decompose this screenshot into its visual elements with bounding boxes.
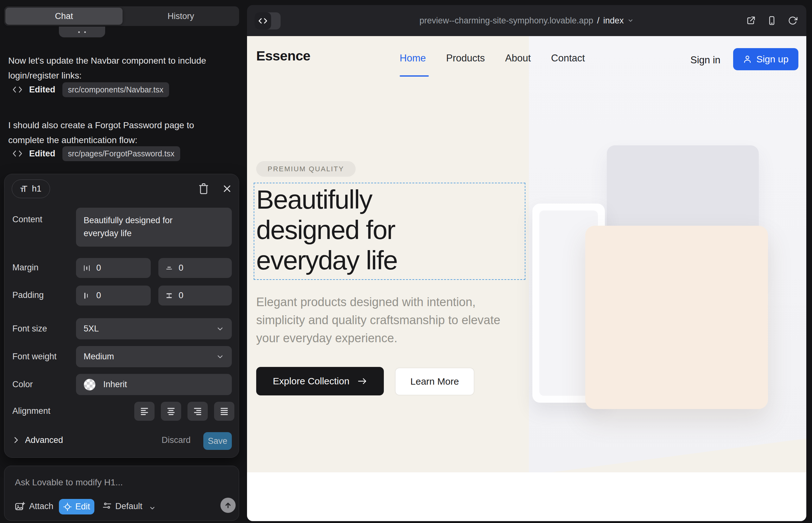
- attach-image-icon: [15, 502, 25, 511]
- font-size-select[interactable]: 5XL: [76, 318, 232, 339]
- edited-label: Edited: [29, 149, 55, 159]
- align-left-icon: [140, 407, 149, 416]
- code-icon: [13, 150, 22, 157]
- align-justify-icon: [220, 407, 229, 416]
- margin-x-input[interactable]: 0: [76, 258, 151, 278]
- margin-label: Margin: [12, 263, 39, 273]
- url-page: index: [603, 16, 624, 26]
- content-input[interactable]: Beautifully designed for everyday life: [76, 208, 232, 247]
- arrow-right-icon: [357, 377, 367, 385]
- composer-input[interactable]: Ask Lovable to modify H1...: [15, 477, 123, 488]
- settings-sliders-icon: [103, 502, 111, 510]
- sign-up-button[interactable]: Sign up: [733, 48, 798, 70]
- chevron-down-icon: [216, 353, 224, 361]
- chat-history-tabbar: Chat History: [4, 6, 239, 26]
- tab-chat[interactable]: Chat: [5, 7, 123, 25]
- user-icon: [743, 55, 752, 64]
- chat-message: Now let's update the Navbar component to…: [8, 53, 209, 83]
- margin-horizontal-icon: [83, 264, 91, 272]
- color-label: Color: [12, 380, 33, 390]
- edited-file-row: Edited src/pages/ForgotPassword.tsx: [13, 146, 180, 161]
- font-weight-select[interactable]: Medium: [76, 346, 232, 367]
- close-icon[interactable]: [222, 184, 232, 194]
- tab-history[interactable]: History: [123, 6, 239, 26]
- padding-x-input[interactable]: 0: [76, 286, 151, 306]
- save-button[interactable]: Save: [203, 432, 232, 450]
- element-editor-panel: TT h1 Content Beautifully designed for e…: [4, 174, 239, 458]
- target-icon: [63, 503, 72, 511]
- advanced-toggle[interactable]: Advanced: [13, 430, 63, 450]
- sign-in-link[interactable]: Sign in: [690, 54, 721, 66]
- chevron-down-icon: [628, 17, 634, 24]
- chevron-down-icon: [149, 505, 156, 511]
- margin-vertical-icon: [165, 264, 173, 272]
- site-canvas: Essence Home Products About Contact Sign…: [247, 36, 806, 521]
- prompt-composer: Ask Lovable to modify H1... Attach Edit …: [4, 466, 239, 521]
- chrome-actions: [746, 5, 797, 36]
- padding-label: Padding: [12, 290, 44, 300]
- alignment-label: Alignment: [12, 406, 50, 416]
- align-center-icon: [166, 407, 175, 416]
- edited-file-row: Edited src/components/Navbar.tsx: [13, 82, 169, 97]
- learn-more-button[interactable]: Learn More: [395, 367, 474, 395]
- font-size-label: Font size: [12, 324, 47, 334]
- chevron-down-icon: [216, 325, 224, 333]
- padding-y-input[interactable]: 0: [158, 286, 232, 306]
- chevron-right-icon: [13, 436, 19, 444]
- app-root: Chat History Now let's update the Navbar…: [0, 0, 812, 523]
- explore-collection-button[interactable]: Explore Collection: [256, 367, 384, 395]
- discard-button[interactable]: Discard: [158, 430, 194, 450]
- padding-horizontal-icon: [83, 292, 91, 300]
- font-weight-label: Font weight: [12, 352, 57, 362]
- nav-link-about[interactable]: About: [505, 53, 531, 64]
- hero-badge: PREMIUM QUALITY: [256, 161, 356, 177]
- attach-button[interactable]: Attach: [29, 502, 54, 511]
- scrolled-message-pill[interactable]: [59, 26, 105, 37]
- arrow-up-icon: [224, 501, 232, 509]
- send-button[interactable]: [220, 498, 236, 513]
- text-type-icon: TT: [20, 184, 28, 194]
- url-bar[interactable]: preview--charming-site-symphony.lovable.…: [247, 5, 806, 36]
- hero-description: Elegant products designed with intention…: [256, 293, 510, 347]
- file-chip[interactable]: src/components/Navbar.tsx: [63, 82, 170, 97]
- file-chip[interactable]: src/pages/ForgotPassword.tsx: [63, 146, 180, 161]
- refresh-icon[interactable]: [788, 16, 797, 25]
- code-icon: [13, 86, 22, 93]
- nav-link-products[interactable]: Products: [446, 53, 485, 64]
- element-tag-label: h1: [32, 184, 41, 194]
- trash-icon[interactable]: [198, 183, 209, 195]
- decorative-card-cream: [585, 226, 768, 409]
- active-nav-underline: [400, 75, 429, 77]
- chat-message: I should also create a Forgot Password p…: [8, 118, 209, 147]
- align-right-button[interactable]: [188, 402, 208, 421]
- hero-title[interactable]: Beautifully designed for everyday life: [256, 184, 398, 275]
- url-domain: preview--charming-site-symphony.lovable.…: [420, 16, 594, 26]
- open-external-icon[interactable]: [746, 16, 756, 25]
- content-label: Content: [12, 215, 42, 224]
- nav-link-contact[interactable]: Contact: [551, 53, 585, 64]
- padding-vertical-icon: [165, 292, 173, 300]
- mobile-view-icon[interactable]: [767, 16, 777, 25]
- preview-window: preview--charming-site-symphony.lovable.…: [247, 5, 806, 521]
- nav-link-home[interactable]: Home: [400, 53, 426, 64]
- url-separator: /: [597, 16, 600, 26]
- edit-mode-button[interactable]: Edit: [59, 499, 94, 515]
- color-select[interactable]: Inherit: [76, 374, 232, 395]
- color-swatch: [84, 379, 96, 391]
- margin-y-input[interactable]: 0: [158, 258, 232, 278]
- site-nav: Home Products About Contact: [400, 53, 585, 64]
- align-center-button[interactable]: [161, 402, 181, 421]
- edited-label: Edited: [29, 85, 55, 95]
- align-justify-button[interactable]: [214, 402, 234, 421]
- align-left-button[interactable]: [134, 402, 155, 421]
- align-right-icon: [193, 407, 202, 416]
- mode-select[interactable]: Default: [115, 502, 142, 511]
- element-tag-pill[interactable]: TT h1: [12, 180, 50, 198]
- site-logo[interactable]: Essence: [256, 48, 310, 64]
